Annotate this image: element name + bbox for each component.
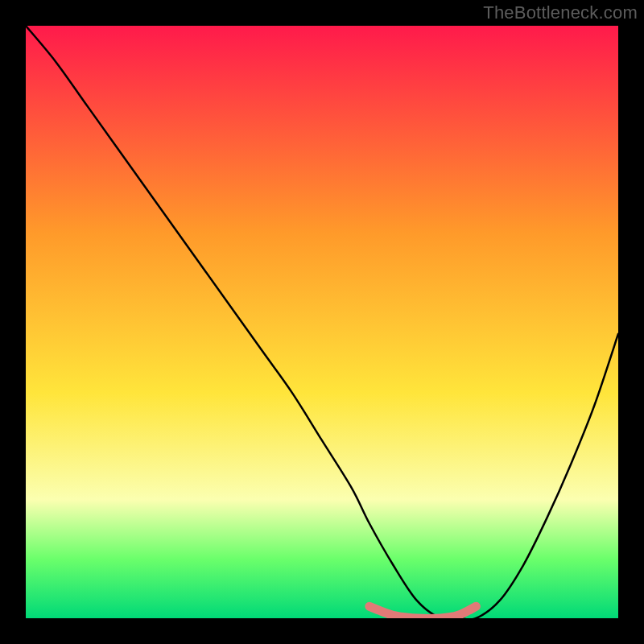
bottleneck-chart [0,0,644,644]
watermark-text: TheBottleneck.com [483,2,638,23]
plot-background [26,26,618,618]
chart-container: { "watermark": "TheBottleneck.com", "col… [0,0,644,644]
